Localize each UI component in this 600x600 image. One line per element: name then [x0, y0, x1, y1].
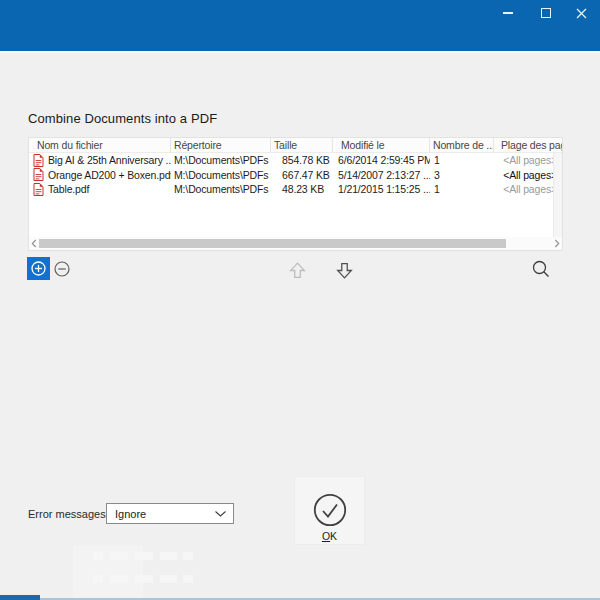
ghost-artifact [183, 575, 193, 583]
cell-directory: M:\Documents\PDFs [171, 168, 271, 183]
column-header-directory[interactable]: Répertoire [171, 138, 271, 152]
arrow-down-icon [335, 261, 354, 280]
ghost-artifact [93, 552, 103, 560]
titlebar [0, 0, 600, 51]
ghost-artifact [135, 575, 153, 583]
ghost-artifact [160, 552, 177, 560]
titlebar-divider [0, 51, 600, 53]
move-up-button[interactable] [288, 261, 307, 280]
cell-filename: Table.pdf [47, 182, 171, 197]
scroll-left-arrow-icon[interactable] [29, 237, 39, 250]
chevron-down-icon [215, 511, 226, 517]
ghost-artifact [160, 575, 177, 583]
ghost-artifact [110, 575, 128, 583]
circle-check-icon [312, 492, 348, 528]
maximize-icon [541, 8, 551, 18]
page-title: Combine Documents into a PDF [28, 111, 217, 126]
pdf-file-icon [33, 183, 44, 196]
cell-pagerange[interactable]: <All pages> [494, 182, 562, 197]
cell-modified: 6/6/2014 2:59:45 PM [333, 153, 430, 168]
search-button[interactable] [529, 257, 553, 281]
cell-filename: Big AI & 25th Anniversary ... [47, 153, 171, 168]
table-row[interactable]: Orange AD200 + Boxen.pdf M:\Documents\PD… [29, 168, 562, 183]
error-messages-value: Ignore [107, 508, 215, 520]
pdf-file-icon [33, 154, 44, 167]
column-header-pagerange[interactable]: Plage des pages [494, 138, 562, 152]
ghost-artifact [93, 575, 103, 583]
table-header-row: Nom du fichier Répertoire Taille Modifié… [29, 138, 562, 153]
maximize-button[interactable] [530, 0, 562, 26]
error-messages-label: Error messages: [28, 508, 109, 520]
cell-pagecount: 1 [430, 182, 494, 197]
ghost-artifact [73, 545, 143, 600]
add-file-button[interactable] [27, 257, 50, 280]
table-row[interactable]: Big AI & 25th Anniversary ... M:\Documen… [29, 153, 562, 168]
cell-directory: M:\Documents\PDFs [171, 182, 271, 197]
cell-pagerange[interactable]: <All pages> [494, 168, 562, 183]
arrow-up-icon [288, 261, 307, 280]
ghost-artifact [110, 552, 128, 560]
ok-button[interactable]: OK [294, 476, 365, 545]
cell-size: 854.78 KB [271, 153, 333, 168]
search-icon [530, 258, 552, 280]
cell-modified: 5/14/2007 2:13:27 ... [333, 168, 430, 183]
bottom-edge-accent [0, 595, 40, 600]
minimize-icon [503, 12, 513, 14]
minimize-button[interactable] [492, 0, 524, 26]
ghost-artifact [183, 552, 193, 560]
scroll-right-arrow-icon[interactable] [552, 237, 562, 250]
ghost-artifact [135, 552, 153, 560]
column-header-modified[interactable]: Modifié le [333, 138, 430, 152]
error-messages-select[interactable]: Ignore [106, 503, 234, 524]
cell-modified: 1/21/2015 1:15:25 ... [333, 182, 430, 197]
close-button[interactable] [565, 0, 597, 26]
scrollbar-thumb[interactable] [39, 239, 506, 248]
cell-size: 48.23 KB [271, 182, 333, 197]
combine-documents-dialog: Combine Documents into a PDF Nom du fich… [0, 0, 600, 600]
cell-pagecount: 1 [430, 153, 494, 168]
remove-file-button[interactable] [51, 258, 73, 280]
cell-directory: M:\Documents\PDFs [171, 153, 271, 168]
pdf-file-icon [33, 168, 44, 181]
horizontal-scrollbar[interactable] [29, 237, 562, 250]
vertical-scrollbar[interactable] [553, 153, 562, 237]
cell-size: 667.47 KB [271, 168, 333, 183]
cell-filename: Orange AD200 + Boxen.pdf [47, 168, 171, 183]
close-icon [576, 8, 587, 19]
cell-pagecount: 3 [430, 168, 494, 183]
table-row[interactable]: Table.pdf M:\Documents\PDFs 48.23 KB 1/2… [29, 182, 562, 197]
cell-pagerange[interactable]: <All pages> [494, 153, 562, 168]
ok-button-label: OK [322, 530, 337, 542]
column-header-filename[interactable]: Nom du fichier [29, 138, 171, 152]
circle-plus-icon [30, 260, 47, 277]
file-list-table: Nom du fichier Répertoire Taille Modifié… [28, 137, 563, 251]
move-down-button[interactable] [335, 261, 354, 280]
column-header-size[interactable]: Taille [271, 138, 333, 152]
column-header-pagecount[interactable]: Nombre de ... [430, 138, 494, 152]
circle-minus-icon [53, 260, 71, 278]
